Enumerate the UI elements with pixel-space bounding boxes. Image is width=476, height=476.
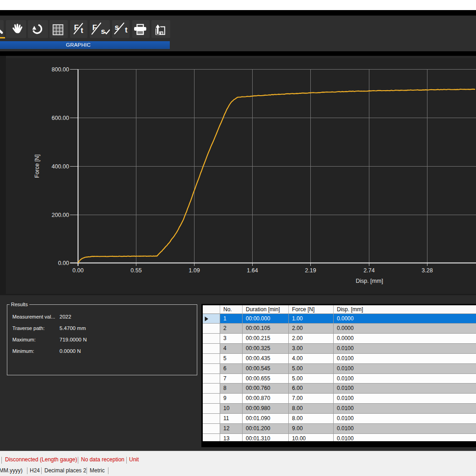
svg-text:400.00: 400.00 [52, 163, 69, 170]
svg-text:Force [N]: Force [N] [34, 154, 40, 178]
svg-text:800.00: 800.00 [52, 66, 69, 73]
svg-text:1.64: 1.64 [247, 267, 258, 274]
svg-text:Disp. [mm]: Disp. [mm] [356, 278, 383, 284]
svg-text:2.19: 2.19 [305, 267, 316, 274]
svg-text:200.00: 200.00 [52, 212, 69, 218]
svg-text:3.28: 3.28 [422, 267, 433, 274]
svg-text:0.55: 0.55 [130, 267, 141, 274]
svg-text:s: s [101, 27, 105, 35]
svg-text:1.09: 1.09 [189, 267, 200, 274]
svg-text:t: t [81, 26, 83, 34]
svg-text:2.74: 2.74 [363, 267, 374, 274]
svg-text:t: t [125, 26, 128, 34]
svg-text:600.00: 600.00 [52, 115, 69, 121]
svg-text:0.00: 0.00 [72, 267, 83, 274]
svg-text:0.00: 0.00 [58, 260, 69, 266]
